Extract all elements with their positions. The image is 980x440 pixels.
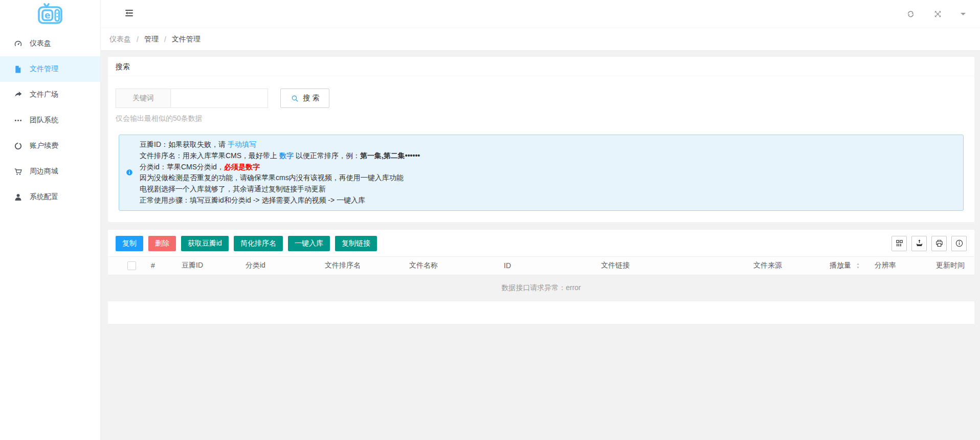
alert-line: 因为没做检测是否重复的功能，请确保苹果cms内没有该视频，再使用一键入库功能 [140,172,420,184]
table-empty-area [108,301,974,324]
topbar [101,0,980,28]
alert-text: 文件排序名：用来入库苹果CMS，最好带上 [140,151,279,160]
column-label: ID [504,261,511,270]
sidebar-item-cart[interactable]: 周边商城 [0,159,100,184]
file-icon [14,65,23,74]
sidebar-item-dashboard[interactable]: 仪表盘 [0,31,100,56]
fullscreen-icon [933,10,942,18]
column-header-id: ID [496,261,593,270]
search-card: 搜索 关键词 [108,57,974,222]
tv-logo-icon: e [37,3,63,27]
sort-icon[interactable] [855,262,861,269]
column-label: 文件链接 [601,261,630,270]
alert-text-block: 豆瓣ID：如果获取失败，请 手动填写文件排序名：用来入库苹果CMS，最好带上 数… [140,139,420,206]
table-tool-icons [892,236,967,251]
breadcrumb-separator: / [137,35,139,43]
column-label: 文件名称 [409,261,438,270]
share-icon [14,91,23,99]
alert-text: 数字 [279,151,294,160]
dashboard-icon [14,39,23,48]
column-label: 分辨率 [875,261,896,270]
search-button[interactable]: 搜 索 [280,89,329,108]
column-header-file-source: 文件来源 [746,261,822,270]
alert-line: 电视剧选择一个入库就够了，其余请通过复制链接手动更新 [140,184,420,195]
column-label: 文件来源 [753,261,782,270]
menu-fold-icon [124,8,134,19]
keyword-input[interactable] [171,89,268,108]
column-label: 分类id [246,261,265,270]
sidebar-item-file[interactable]: 文件管理 [0,56,100,82]
topbar-fullscreen-button[interactable] [933,10,942,18]
info-circle-icon [126,169,133,176]
column-header-file-name: 文件名称 [402,261,496,270]
column-label: 文件排序名 [325,261,361,270]
sidebar-item-ellipsis[interactable]: 团队系统 [0,107,100,133]
column-label: 豆瓣ID [182,261,203,270]
alert-text: 第一集,第二集•••••• [360,151,420,160]
one-click-import-button[interactable]: 一键入库 [288,236,330,251]
tips-button[interactable] [951,236,967,251]
sidebar-item-label: 文件管理 [30,64,58,74]
alert-text: 必须是数字 [224,163,260,171]
search-hint: 仅会输出最相似的50条数据 [116,114,967,123]
sidebar-item-label: 账户续费 [30,141,58,150]
simplify-sort-name-button[interactable]: 简化排序名 [234,236,283,251]
print-button[interactable] [931,236,947,251]
column-label: 播放量 [830,261,851,270]
sidebar-item-share[interactable]: 文件广场 [0,82,100,107]
sidebar-toggle-button[interactable] [124,8,134,19]
column-label: # [151,261,155,270]
topbar-dropdown-button[interactable] [961,10,966,18]
column-header-resolution: 分辨率 [867,261,928,270]
column-header-file-sort-name: 文件排序名 [317,261,402,270]
alert-text: 以便正常排序，例： [294,151,360,160]
search-button-label: 搜 索 [303,94,320,103]
alert-line: 分类id：苹果CMS分类id，必须是数字 [140,162,420,173]
breadcrumb-item[interactable]: 管理 [144,35,159,44]
tips-icon [955,239,964,248]
alert-text: 分类id：苹果CMS分类id， [140,163,224,171]
refresh-icon [906,10,915,18]
page-content: 搜索 关键词 [101,51,980,324]
toolbar-buttons: 复制删除获取豆瓣id简化排序名一键入库复制链接 [116,236,377,251]
columns-button[interactable] [892,236,907,251]
app: e 仪表盘文件管理文件广场团队系统账户续费周边商城系统配置 [0,0,980,440]
export-button[interactable] [911,236,927,251]
topbar-refresh-button[interactable] [906,10,915,18]
export-icon [915,239,924,248]
column-header-play-count[interactable]: 播放量 [822,261,867,270]
caret-down-icon [961,13,966,18]
sidebar-menu: 仪表盘文件管理文件广场团队系统账户续费周边商城系统配置 [0,29,100,210]
breadcrumb-item[interactable]: 仪表盘 [109,35,131,44]
column-label: 更新时间 [936,261,965,270]
table-toolbar: 复制删除获取豆瓣id简化排序名一键入库复制链接 [108,230,974,256]
user-icon [14,193,23,202]
delete-button[interactable]: 删除 [148,236,176,251]
svg-text:e: e [44,10,51,20]
cart-icon [14,167,23,176]
select-all-checkbox[interactable] [127,261,136,270]
search-icon [291,94,299,103]
alert-line: 豆瓣ID：如果获取失败，请 手动填写 [140,139,420,150]
alert-text: 电视剧选择一个入库就够了，其余请通过复制链接手动更新 [140,185,326,193]
alert-text: 正常使用步骤：填写豆瓣id和分类id -> 选择需要入库的视频 -> 一键入库 [140,196,365,204]
app-logo[interactable]: e [0,0,100,29]
keyword-label: 关键词 [116,89,171,108]
alert-text: 豆瓣ID：如果获取失败，请 [140,140,228,148]
sidebar-item-ring[interactable]: 账户续费 [0,133,100,159]
breadcrumb: 仪表盘/管理/文件管理 [101,28,980,51]
columns-icon [895,239,904,248]
select-all-cell [108,261,143,270]
copy-link-button[interactable]: 复制链接 [335,236,377,251]
fetch-douban-id-button[interactable]: 获取豆瓣id [181,236,229,251]
main-area: 仪表盘/管理/文件管理 搜索 关键词 [101,0,980,440]
table-header-row: #豆瓣ID分类id文件排序名文件名称ID文件链接文件来源播放量分辨率更新时间 [108,256,974,275]
manual-fill-link[interactable]: 手动填写 [228,140,256,148]
column-header-update-time: 更新时间 [928,261,974,270]
column-header-douban-id: 豆瓣ID [174,261,238,270]
sidebar-item-user[interactable]: 系统配置 [0,184,100,210]
keyword-input-group: 关键词 [116,89,268,108]
topbar-actions [906,10,966,18]
table-card: 复制删除获取豆瓣id简化排序名一键入库复制链接 #豆瓣ID分类id文件排序名文件… [108,230,974,324]
copy-button[interactable]: 复制 [116,236,143,251]
